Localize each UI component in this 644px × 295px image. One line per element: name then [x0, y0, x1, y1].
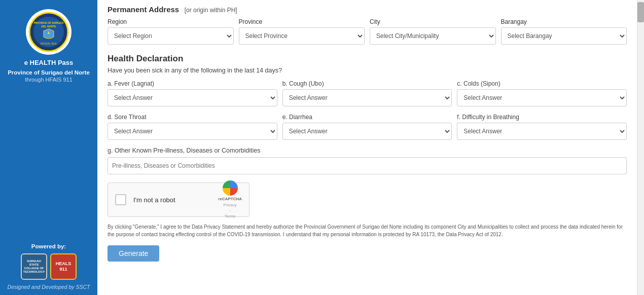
recaptcha-box[interactable]: I'm not a robot reCAPTCHA Privacy - Term… [108, 182, 249, 217]
scrollbar[interactable] [637, 0, 644, 295]
sidebar-bottom: Powered by: SURIGAO STATE COLLEGE OF TEC… [5, 243, 92, 290]
symptom-a: a. Fever (Lagnat) Select Answer [108, 80, 277, 106]
symptom-c-label: c. Colds (Sipon) [457, 80, 627, 87]
region-select[interactable]: Select Region [108, 27, 234, 45]
province-field: Province Select Province [239, 18, 365, 45]
symptom-f-select[interactable]: Select Answer [457, 123, 627, 140]
symptom-f: f. Difficulty in Breathing Select Answer [457, 114, 627, 140]
privacy-text: By clicking "Generate," I agree to the D… [108, 223, 627, 238]
symptom-e: e. Diarrhea Select Answer [282, 114, 452, 140]
captcha-checkbox[interactable] [115, 194, 126, 205]
recaptcha-branding: reCAPTCHA Privacy - Terms [218, 180, 242, 219]
address-grid: Region Select Region Province Select Pro… [108, 18, 627, 45]
city-select[interactable]: Select City/Municipality [370, 27, 496, 45]
symptom-f-label: f. Difficulty in Breathing [457, 114, 627, 121]
barangay-select[interactable]: Select Barangay [501, 27, 627, 45]
app-title: e HEALTH Pass [24, 59, 74, 66]
recaptcha-icon [223, 180, 238, 196]
symptom-e-label: e. Diarrhea [282, 114, 452, 121]
main-content: Permanent Address [or origin within PH] … [97, 0, 637, 295]
org-logo: PROVINCE OF SURIGAO DEL NORTE OFFICIAL S… [26, 9, 71, 55]
health-title: Health Declaration [108, 54, 627, 64]
city-field: City Select City/Municipality [370, 18, 496, 45]
comorbidities-input[interactable] [108, 157, 627, 174]
svg-text:PROVINCE OF SURIGAO: PROVINCE OF SURIGAO [33, 21, 63, 24]
symptom-c: c. Colds (Sipon) Select Answer [457, 80, 627, 106]
barangay-label: Barangay [501, 18, 627, 25]
symptom-b-label: b. Cough (Ubo) [282, 80, 452, 87]
symptom-a-select[interactable]: Select Answer [108, 89, 277, 106]
province-name: Province of Surigao del Norte [8, 68, 90, 77]
symptom-b-select[interactable]: Select Answer [282, 89, 452, 106]
svg-text:DEL NORTE: DEL NORTE [42, 25, 56, 28]
symptom-a-label: a. Fever (Lagnat) [108, 80, 277, 87]
symptom-b: b. Cough (Ubo) Select Answer [282, 80, 452, 106]
captcha-terms: Privacy - Terms [224, 202, 237, 219]
symptom-d: d. Sore Throat Select Answer [108, 114, 277, 140]
ssct-logo: SURIGAO STATE COLLEGE OF TECHNOLOGY [21, 253, 47, 280]
address-title: Permanent Address [108, 5, 179, 14]
recaptcha-wrapper: I'm not a robot reCAPTCHA Privacy - Term… [108, 182, 627, 217]
city-label: City [370, 18, 496, 25]
symptom-c-select[interactable]: Select Answer [457, 89, 627, 106]
heals-logo: HEALS 911 [50, 253, 77, 280]
through-label: through HFAIS 911 [25, 77, 73, 83]
symptom-e-select[interactable]: Select Answer [282, 123, 452, 140]
powered-by-label: Powered by: [31, 243, 66, 249]
comorbidities-label: g. Other Known Pre-illness, Diseases or … [108, 147, 627, 154]
province-label: Province [239, 18, 365, 25]
svg-text:OFFICIAL SEAL: OFFICIAL SEAL [41, 43, 57, 45]
region-field: Region Select Region [108, 18, 234, 45]
partner-logos: SURIGAO STATE COLLEGE OF TECHNOLOGY HEAL… [21, 253, 77, 280]
scrollbar-thumb[interactable] [637, 2, 644, 22]
health-declaration-section: Health Declaration Have you been sick in… [108, 54, 627, 262]
barangay-field: Barangay Select Barangay [501, 18, 627, 45]
recaptcha-brand: reCAPTCHA [218, 197, 242, 201]
health-question: Have you been sick in any of the followi… [108, 67, 627, 74]
comorbidities-section: g. Other Known Pre-illness, Diseases or … [108, 147, 627, 174]
symptoms-row-1: a. Fever (Lagnat) Select Answer b. Cough… [108, 80, 627, 106]
generate-button[interactable]: Generate [108, 245, 159, 262]
province-select[interactable]: Select Province [239, 27, 365, 45]
address-subtitle: [or origin within PH] [185, 7, 237, 14]
symptom-d-label: d. Sore Throat [108, 114, 277, 121]
permanent-address-section: Permanent Address [or origin within PH] … [108, 5, 627, 45]
designed-by-label: Designed and Developed by SSCT [8, 284, 90, 290]
symptom-d-select[interactable]: Select Answer [108, 123, 277, 140]
symptoms-row-2: d. Sore Throat Select Answer e. Diarrhea… [108, 114, 627, 140]
region-label: Region [108, 18, 234, 25]
captcha-label: I'm not a robot [133, 196, 211, 204]
sidebar: PROVINCE OF SURIGAO DEL NORTE OFFICIAL S… [0, 0, 97, 295]
